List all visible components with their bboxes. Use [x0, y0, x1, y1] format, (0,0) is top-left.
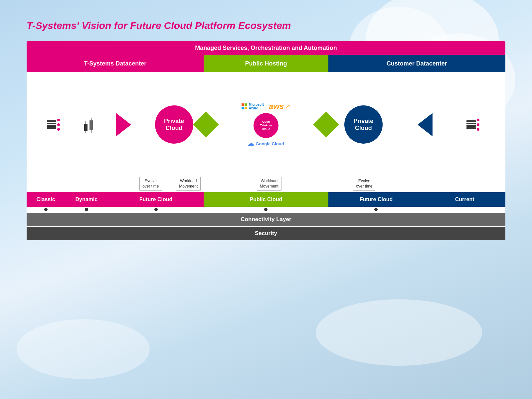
rack-bars: [47, 120, 56, 129]
evolve-right-label: Evolveover time: [353, 177, 375, 191]
dot-future-cloud-r: [374, 208, 378, 211]
section-header-customer: Customer Datacenter: [328, 55, 505, 72]
rack-dot: [477, 128, 479, 131]
content-area: PrivateCloud: [27, 72, 505, 175]
middle-logos-row: OpenTelekomCloud: [254, 113, 278, 138]
rack-bar: [466, 123, 476, 124]
cat-dynamic: Dynamic: [65, 192, 108, 207]
section-header-tsdc: T-Systems Datacenter: [27, 55, 204, 72]
google-cloud-label: Google Cloud: [256, 141, 284, 146]
connectivity-bar: Connectivity Layer: [27, 213, 505, 226]
rack-bar: [466, 120, 476, 122]
evolve-left-text: Evolveover time: [142, 179, 159, 189]
customer-section: PrivateCloud: [326, 105, 497, 144]
cat-public-cloud: Public Cloud: [204, 192, 328, 207]
bottom-labels-row: Evolveover time WorkloadMovement Workloa…: [27, 175, 505, 192]
public-section: MicrosoftAzure aws ↗: [206, 102, 326, 147]
candle-wick: [86, 131, 86, 133]
rack-dot: [477, 119, 479, 121]
cat-classic: Classic: [27, 192, 65, 207]
workload-right-label: WorkloadMovement: [257, 177, 281, 191]
dot-future-cloud-l: [154, 208, 158, 211]
ms-azure-logo: MicrosoftAzure: [242, 103, 264, 110]
section-header-public: Public Hosting: [204, 55, 328, 72]
evolve-right-text: Evolveover time: [356, 179, 372, 189]
server-rack-1: [47, 119, 60, 131]
rack-dot: [477, 123, 479, 126]
aws-arrow: ↗: [285, 102, 290, 110]
rack-dot: [57, 123, 60, 126]
dot-public-cloud: [264, 208, 267, 211]
rack-dots: [477, 119, 479, 131]
workload-right-text: WorkloadMovement: [260, 179, 278, 189]
dot-dynamic: [85, 208, 88, 211]
candle-body: [89, 120, 93, 130]
rack-row-2: [466, 119, 479, 131]
ms-sq-yellow: [245, 107, 247, 109]
content-columns-wrapper: PrivateCloud: [27, 72, 505, 192]
ms-logo-grid: [242, 103, 248, 109]
rack-bar: [47, 125, 56, 127]
candle-chart: [84, 116, 93, 133]
categories-bar: Classic Dynamic Future Cloud Public Clou…: [27, 192, 505, 207]
diagram-wrapper: Managed Services, Orchestration and Auto…: [27, 41, 505, 240]
section-headers: T-Systems Datacenter Public Hosting Cust…: [27, 55, 505, 72]
security-bar: Security: [27, 227, 505, 240]
rack-bar: [466, 127, 476, 129]
main-container: T-Systems' Vision for Future Cloud Platf…: [27, 20, 505, 240]
rack-row: [47, 119, 60, 131]
tsdc-section: PrivateCloud: [35, 105, 206, 144]
candle-body: [84, 124, 88, 131]
candle-1: [84, 121, 88, 133]
ms-sq-blue: [242, 107, 244, 109]
aws-container: aws ↗: [269, 102, 290, 111]
rack-bar: [47, 120, 56, 122]
arrow-right-tsdc: [116, 113, 131, 136]
connectivity-wrapper: Connectivity Layer: [27, 213, 505, 226]
bl-public: WorkloadMovement: [204, 177, 328, 191]
cat-future-cloud-right: Future Cloud: [328, 192, 424, 207]
logos-top-row: MicrosoftAzure aws ↗: [242, 102, 290, 111]
page-title: T-Systems' Vision for Future Cloud Platf…: [27, 20, 505, 31]
google-cloud-icon: ☁: [248, 140, 254, 147]
azure-text: MicrosoftAzure: [249, 103, 264, 110]
workload-left-label: WorkloadMovement: [176, 177, 201, 191]
dot-indicators-row: [27, 207, 505, 212]
ms-sq-green: [245, 103, 247, 106]
rack-bar: [47, 127, 56, 129]
rack-bar: [47, 123, 56, 124]
private-cloud-left: PrivateCloud: [155, 105, 193, 144]
evolve-left-label: Evolveover time: [139, 177, 162, 191]
public-logos: MicrosoftAzure aws ↗: [233, 102, 299, 147]
candle-wick: [91, 130, 91, 133]
rack-dot: [57, 128, 60, 131]
dot-classic: [44, 208, 48, 211]
cat-future-cloud-left: Future Cloud: [108, 192, 204, 207]
workload-left-text: WorkloadMovement: [179, 179, 198, 189]
google-cloud: ☁ Google Cloud: [248, 140, 284, 147]
open-telekom-cloud: OpenTelekomCloud: [254, 113, 278, 138]
microsoft-label: MicrosoftAzure: [249, 103, 264, 110]
bl-tsdc: Evolveover time WorkloadMovement: [27, 177, 204, 191]
content-row: PrivateCloud: [30, 77, 502, 172]
security-wrapper: Security: [27, 227, 505, 240]
open-telekom-label: OpenTelekomCloud: [260, 120, 272, 131]
private-cloud-right: PrivateCloud: [344, 105, 383, 144]
managed-bar: Managed Services, Orchestration and Auto…: [27, 41, 505, 55]
candle-wick: [91, 118, 91, 120]
rack-bar: [466, 125, 476, 127]
arrow-left-customer: [418, 113, 433, 136]
rack-dot: [57, 119, 60, 121]
rack-bars-2: [466, 120, 476, 129]
server-rack-2: [466, 119, 479, 131]
bl-customer: Evolveover time: [328, 177, 505, 191]
candle-wick: [86, 121, 86, 124]
aws-label: aws: [269, 102, 284, 111]
ms-sq-red: [242, 103, 244, 106]
cat-current: Current: [424, 192, 505, 207]
candle-2: [89, 118, 93, 133]
